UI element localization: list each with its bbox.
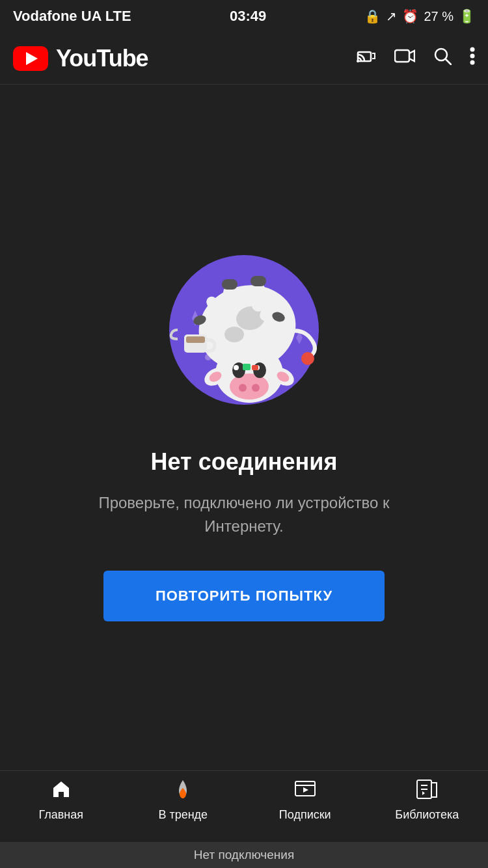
nav-library-label: Библиотека xyxy=(395,808,459,822)
svg-point-6 xyxy=(470,54,475,59)
svg-rect-29 xyxy=(251,276,266,286)
svg-rect-28 xyxy=(222,279,237,290)
nav-trending-label: В тренде xyxy=(158,808,208,822)
svg-point-1 xyxy=(357,60,359,62)
lock-icon: 🔒 xyxy=(364,8,381,24)
svg-rect-35 xyxy=(252,365,258,370)
nav-home-label: Главная xyxy=(38,808,83,822)
nav-subscriptions[interactable]: Подписки xyxy=(244,779,366,822)
error-illustration xyxy=(153,234,335,416)
svg-rect-38 xyxy=(186,336,205,343)
svg-point-15 xyxy=(230,373,269,400)
battery-text: 27 % xyxy=(424,9,454,24)
svg-rect-2 xyxy=(395,50,409,62)
svg-point-5 xyxy=(470,47,475,52)
svg-rect-34 xyxy=(243,364,251,370)
no-connection-text: Нет подключения xyxy=(194,848,294,862)
youtube-logo-box xyxy=(13,46,48,71)
subscriptions-icon xyxy=(294,779,316,804)
time-text: 03:49 xyxy=(230,8,266,25)
library-icon xyxy=(416,779,438,804)
nav-library[interactable]: Библиотека xyxy=(366,779,489,822)
app-header: YouTube xyxy=(0,33,488,85)
battery-status: 🔒 ↗ ⏰ 27 % 🔋 xyxy=(364,8,475,24)
nav-subscriptions-label: Подписки xyxy=(279,808,331,822)
svg-point-16 xyxy=(239,384,247,392)
svg-rect-26 xyxy=(223,286,236,315)
bottom-nav: Главная В тренде Подписки xyxy=(0,770,488,842)
more-icon[interactable] xyxy=(470,47,475,70)
status-bar: Vodafone UA LTE 03:49 🔒 ↗ ⏰ 27 % 🔋 xyxy=(0,0,488,33)
svg-line-4 xyxy=(446,59,451,64)
nav-trending[interactable]: В тренде xyxy=(122,779,245,822)
alarm-icon: ⏰ xyxy=(402,8,418,24)
no-connection-banner: Нет подключения xyxy=(0,842,488,868)
svg-point-17 xyxy=(252,384,260,392)
app-title: YouTube xyxy=(56,45,148,72)
main-content: Нет соединения Проверьте, подключено ли … xyxy=(0,85,488,770)
search-icon[interactable] xyxy=(433,47,452,70)
nav-home[interactable]: Главная xyxy=(0,779,122,822)
location-icon: ↗ xyxy=(386,8,397,24)
error-title: Нет соединения xyxy=(151,448,338,476)
svg-point-20 xyxy=(234,365,239,370)
cast-icon[interactable] xyxy=(357,47,376,70)
error-subtitle: Проверьте, подключено ли устройство к Ин… xyxy=(81,491,407,538)
carrier-text: Vodafone UA LTE xyxy=(13,8,131,25)
home-icon xyxy=(51,779,72,804)
trending-icon xyxy=(172,779,193,804)
retry-button[interactable]: ПОВТОРИТЬ ПОПЫТКУ xyxy=(103,571,385,621)
svg-point-36 xyxy=(301,352,314,365)
camera-icon[interactable] xyxy=(394,47,415,69)
logo-container: YouTube xyxy=(13,45,148,72)
battery-icon: 🔋 xyxy=(459,8,475,24)
header-icons-container xyxy=(357,47,475,70)
youtube-play-triangle xyxy=(26,52,38,65)
svg-point-7 xyxy=(470,61,475,65)
svg-point-13 xyxy=(224,327,244,342)
